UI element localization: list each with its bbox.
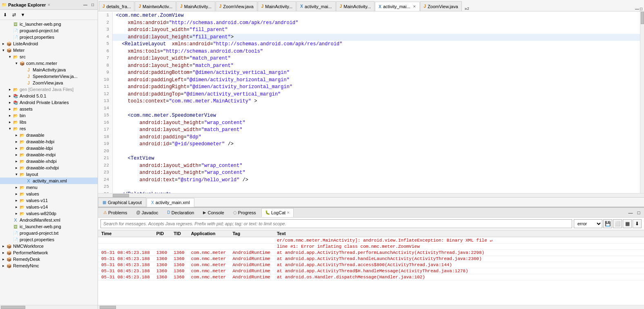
tab-graphical-layout[interactable]: ▦ Graphical Layout [98,198,146,207]
tree-item-performenetwork[interactable]: ▸ 📦 PerformeNetwork [0,249,98,256]
tree-item-bin[interactable]: ▸ 📂 bin [0,112,98,119]
tab-activity-main-xml[interactable]: X activity_main.xml [147,198,194,207]
editor-minimize-btn[interactable]: — [635,7,639,11]
tree-item-libs[interactable]: ▸ 📂 libs [0,119,98,125]
tree-item-drawable-mdpi[interactable]: ▸ 📂 drawable-mdpi [0,151,98,158]
tree-item-assets[interactable]: ▸ 📂 assets [0,106,98,112]
tree-item-mainactivity[interactable]: J MainActivity.java [0,67,98,73]
tree-item-res[interactable]: ▾ 📂 res [0,125,98,132]
tree-item-project-props2[interactable]: 📄 project.properties [0,236,98,243]
tree-item-remedydesk[interactable]: ▸ 📦 RemedyDesk [0,256,98,262]
tree-item-remedynmc[interactable]: ▸ 📦 RemedyNmc [0,262,98,269]
logcat-table-wrap[interactable]: Time PID TID Application Tag Text [98,230,644,305]
tree-item-src[interactable]: ▾ 📂 src [0,53,98,60]
tree-item-proguard1[interactable]: 📄 proguard-project.txt [0,27,98,34]
tab-close-icon[interactable]: ✕ [413,4,416,9]
tab-console[interactable]: ▶ Console [199,208,227,217]
tree-item-speedometer[interactable]: J SpeedometerView.ja... [0,73,98,80]
logcat-search-bar: error warn info debug verbose 💾 ⬜ ▦ ⬇ [98,218,644,230]
collapse-all-btn[interactable]: ⬇ [1,11,9,19]
xml-tab-icon: X [151,200,154,205]
code-line-14: 14 [98,105,644,113]
code-editor[interactable]: 1 <com.nmc.meter.ZoomView 2 xmlns:androi… [98,11,644,193]
tree-item-gen[interactable]: ▸ 📂 gen [Generated Java Files] [0,86,98,93]
tab-mainactivity2[interactable]: J MainActivity... [258,1,296,11]
tab-activity-mai2[interactable]: X activity_mai... ✕ [375,2,419,11]
tree-item-nmcworkforce[interactable]: ▸ 📦 NMCWorkforce [0,243,98,249]
editor-scrollbar-h[interactable] [98,193,644,197]
project-icon4: 📦 [6,250,12,256]
tab-java-icon2: J [138,4,141,9]
tree-item-proguard2[interactable]: 📄 proguard-project.txt [0,230,98,236]
tab-problems[interactable]: ⚠ Problems [100,208,131,217]
tab-label2: MaintwoActiv... [143,4,172,9]
panel-title: Package Explorer [8,2,46,7]
txt-icon: 📄 [12,28,19,33]
tree-item-meter[interactable]: ▾ 📦 Meter [0,47,98,53]
panel-header-title: 📁 Package Explorer ✕ [2,2,51,7]
tree-item-activity-main-xml[interactable]: X activity_main.xml [0,178,98,184]
tab-logcat[interactable]: 🐛 LogCat ✕ [261,208,294,217]
console-scrollbar-h[interactable] [98,305,644,309]
tree-item-values-w820[interactable]: ▸ 📂 values-w820dp [0,210,98,217]
tab-overflow-btn[interactable]: »2 [462,6,472,11]
tree-item-android501[interactable]: ▸ 📚 Android 5.0.1 [0,93,98,99]
tab-details-fra[interactable]: J details_fra... [99,1,134,11]
logcat-clear-btn[interactable]: ⬜ [613,219,622,228]
tree-item-drawable-ldpi[interactable]: ▸ 📂 drawable-ldpi [0,145,98,151]
tab-declaration[interactable]: D Declaration [164,208,198,217]
tree-item-ic_launcher[interactable]: 🖼 ic_launcher-web.png [0,21,98,27]
tree-item-drawable-xxhdpi[interactable]: ▸ 📂 drawable-xxhdpi [0,165,98,171]
tree-item-layout[interactable]: ▾ 📂 layout [0,171,98,178]
tab-label4: ZoomView.java [223,4,253,9]
toolbar-arrow-down[interactable]: ▼ [19,11,27,19]
tree-item-values[interactable]: ▸ 📂 values [0,191,98,197]
tab-label: details_fra... [107,4,131,9]
tree-item-values-v14[interactable]: ▸ 📂 values-v14 [0,204,98,210]
code-line-4: 4 android:layout_height="fill_parent"> [98,34,644,41]
tab-activity-mai1[interactable]: X activity_mai... [296,1,335,11]
link-editor-btn[interactable]: ⇄ [10,11,18,19]
tab-mainactivity3[interactable]: J MainActivity... [336,1,375,11]
logcat-search-input[interactable] [100,219,572,228]
tree-item-drawable-hdpi[interactable]: ▸ 📂 drawable-hdpi [0,138,98,145]
tree-item-drawable[interactable]: ▸ 📂 drawable [0,132,98,138]
tab-mainactivity1[interactable]: J MainActivity... [176,1,215,11]
tree-item-values-v11[interactable]: ▸ 📂 values-v11 [0,197,98,204]
logcat-close-icon[interactable]: ✕ [287,211,290,215]
folder-icon9: 📂 [19,158,25,164]
console-maximize-btn[interactable]: □ [635,209,642,216]
logcat-level-dropdown[interactable]: error warn info debug verbose [574,219,602,228]
tree-item-menu[interactable]: ▸ 📂 menu [0,184,98,191]
tree-item-com-nmc[interactable]: ▾ 📦 com.nmc.meter [0,60,98,67]
tab-javadoc[interactable]: @ Javadoc [132,208,162,217]
logcat-save-btn[interactable]: 💾 [603,219,612,228]
code-line-6: 6 xmlns:tools="http://schemas.android.co… [98,48,644,56]
tab-maintwoactiv[interactable]: J MaintwoActiv... [135,1,176,11]
tab-zoomview2[interactable]: J ZoomView.java [420,1,462,11]
tab-progress[interactable]: ◌ Progress [230,208,260,217]
tree-item-androidmanifest[interactable]: X AndroidManifest.xml [0,217,98,223]
col-tag: Tag [229,230,273,237]
sidebar-maximize-btn[interactable]: □ [89,2,96,8]
sidebar-scrollbar-h[interactable] [0,305,98,309]
editor-maximize-btn[interactable]: □ [640,7,642,11]
folder-icon8: 📂 [19,152,25,158]
tree-item-zoomview[interactable]: J ZoomView.java [0,80,98,86]
tree-item-drawable-xhdpi[interactable]: ▸ 📂 drawable-xhdpi [0,158,98,165]
tab-zoomview[interactable]: J ZoomView.java [216,1,257,11]
folder-icon16: 📂 [19,211,25,216]
editor-scrollbar-v[interactable] [640,11,644,193]
logcat-scroll-btn[interactable]: ⬇ [633,219,642,228]
tree-item-project-props1[interactable]: 📄 project.properties [0,34,98,40]
sidebar-controls: — □ [82,2,96,8]
xml-icon: X [25,178,32,184]
code-line-21: 21 <TextView [98,155,644,162]
console-minimize-btn[interactable]: — [627,209,634,216]
logcat-view-btn[interactable]: ▦ [623,219,632,228]
sidebar-minimize-btn[interactable]: — [82,2,89,8]
tree-item-listeandr[interactable]: ▸ 📦 ListeAndroid [0,40,98,47]
tree-item-android-private[interactable]: ▸ 📚 Android Private Libraries [0,99,98,106]
tree-item-ic-launcher2[interactable]: 🖼 ic_launcher-web.png [0,223,98,230]
lib-icon: 📚 [12,93,19,99]
